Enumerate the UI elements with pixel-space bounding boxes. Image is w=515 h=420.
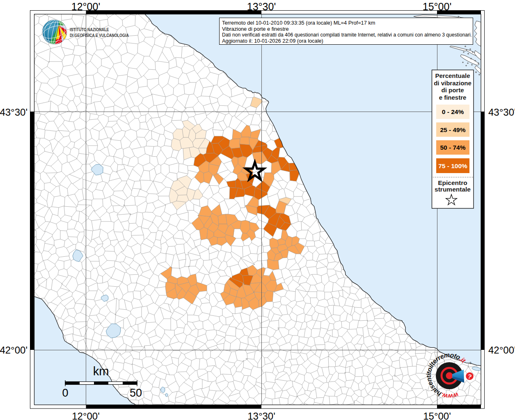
svg-text:75 - 100%: 75 - 100% — [438, 162, 467, 169]
svg-text:42°00': 42°00' — [488, 345, 515, 356]
svg-text:Dati non verificati estratti d: Dati non verificati estratti da 406 ques… — [222, 32, 472, 38]
svg-text:®: ® — [469, 362, 472, 365]
svg-text:42°00': 42°00' — [0, 345, 27, 356]
svg-text:50 - 74%: 50 - 74% — [440, 144, 465, 151]
svg-text:43°30': 43°30' — [0, 107, 27, 118]
svg-text:0 - 24%: 0 - 24% — [442, 108, 464, 115]
svg-text:15°00': 15°00' — [423, 411, 451, 420]
svg-text:50: 50 — [130, 387, 142, 399]
svg-text:Aggiornato il: 10-01-2026 22:0: Aggiornato il: 10-01-2026 22:09 (ora loc… — [222, 38, 323, 44]
svg-text:Percentuale: Percentuale — [435, 72, 470, 79]
svg-text:DI GEOFISICA E VULCANOLOGIA: DI GEOFISICA E VULCANOLOGIA — [70, 33, 129, 38]
svg-text:12°00': 12°00' — [72, 411, 100, 420]
svg-text:di vibrazione: di vibrazione — [434, 80, 472, 87]
svg-text:13°30': 13°30' — [247, 411, 275, 420]
svg-text:strumentale: strumentale — [435, 186, 471, 193]
svg-text:Vibrazione di porte e finestre: Vibrazione di porte e finestre — [222, 26, 289, 32]
svg-text:Epicentro: Epicentro — [438, 179, 467, 186]
svg-text:e finestre: e finestre — [439, 94, 467, 101]
svg-text:43°30': 43°30' — [488, 107, 515, 118]
svg-text:15°00': 15°00' — [423, 1, 451, 12]
svg-text:ISTITUTO NAZIONALE: ISTITUTO NAZIONALE — [70, 27, 109, 32]
svg-text:Terremoto del 10-01-2010 09:33: Terremoto del 10-01-2010 09:33:35 (ora l… — [222, 20, 375, 26]
svg-text:km: km — [93, 365, 109, 378]
svg-text:di porte: di porte — [442, 87, 464, 94]
svg-text:0: 0 — [62, 387, 68, 399]
svg-text:25 - 49%: 25 - 49% — [440, 126, 465, 133]
svg-text:13°30': 13°30' — [247, 1, 276, 12]
svg-text:12°00': 12°00' — [71, 1, 100, 12]
